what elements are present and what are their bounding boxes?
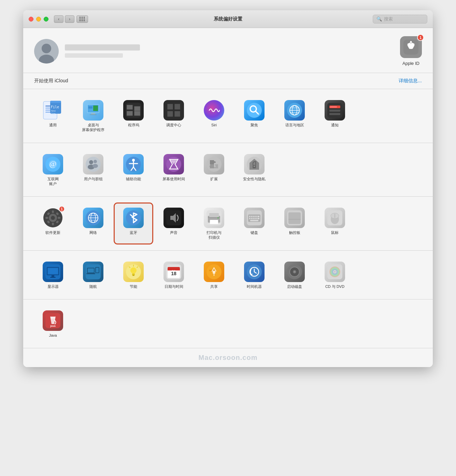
pref-item-users[interactable]: 用户与群组: [74, 150, 112, 190]
sharing-label: 共享: [210, 284, 218, 289]
svg-rect-87: [58, 217, 60, 219]
pref-item-general[interactable]: File New Ope 通用: [34, 96, 72, 136]
security-icon: [244, 154, 265, 174]
pref-item-keyboard[interactable]: 键盘: [236, 204, 273, 243]
svg-rect-57: [329, 113, 340, 115]
pref-item-trackpad[interactable]: 触控板: [276, 204, 313, 243]
pref-item-cddvd[interactable]: CD 与 DVD: [316, 257, 354, 292]
svg-point-171: [334, 271, 336, 272]
pref-item-siri[interactable]: Siri: [195, 96, 233, 136]
search-input[interactable]: 搜索: [384, 16, 424, 22]
svg-rect-109: [251, 216, 253, 217]
mission-label: 程序坞: [128, 123, 139, 127]
search-box[interactable]: 🔍 搜索: [373, 15, 427, 24]
svg-point-164: [294, 271, 295, 272]
pref-item-mouse[interactable]: 鼠标: [316, 204, 354, 243]
apple-id-section[interactable]: 1 Apple ID: [400, 36, 422, 66]
pref-item-notification[interactable]: 通知: [316, 96, 354, 136]
pref-grid-4: 显示器: [34, 257, 422, 292]
svg-rect-20: [91, 113, 95, 114]
profile-name-placeholder: [65, 44, 140, 51]
avatar[interactable]: [34, 39, 59, 64]
pref-item-softwareupdate[interactable]: 1 软件更新: [34, 204, 72, 243]
svg-rect-108: [249, 216, 251, 217]
icloud-details-link[interactable]: 详细信息...: [399, 78, 422, 84]
pref-item-startup[interactable]: 启动磁盘: [276, 257, 313, 292]
extensions-label: 扩展: [210, 177, 218, 181]
svg-rect-116: [255, 218, 257, 219]
avatar-icon: [34, 39, 59, 64]
pref-item-sharing[interactable]: ! 共享: [195, 257, 233, 292]
pref-item-spotlight[interactable]: 聚焦: [236, 96, 273, 136]
profile-info: [65, 44, 400, 58]
pref-item-datetime[interactable]: 18 JUL 日期与时间: [155, 257, 193, 292]
schedule-icon: [163, 100, 184, 121]
svg-point-64: [94, 160, 97, 163]
network-icon: [83, 208, 103, 228]
timemachine-icon: [244, 262, 265, 282]
svg-point-80: [254, 166, 255, 167]
pref-item-extensions[interactable]: 扩展: [195, 150, 233, 190]
mission-icon: [123, 100, 144, 121]
svg-rect-130: [52, 275, 54, 277]
forward-button[interactable]: ›: [65, 15, 74, 23]
close-button[interactable]: [29, 17, 33, 22]
pref-item-bluetooth[interactable]: 蓝牙: [115, 204, 152, 243]
bluetooth-icon: [123, 208, 144, 228]
svg-point-140: [130, 267, 137, 274]
pref-grid-2: @ 互联网账户: [34, 150, 422, 190]
pref-item-mission[interactable]: 程序坞: [115, 96, 152, 136]
notification-label: 通知: [331, 123, 339, 127]
pref-item-accessibility[interactable]: 辅助功能: [115, 150, 152, 190]
pref-item-internet[interactable]: @ 互联网账户: [34, 150, 72, 190]
svg-rect-84: [52, 210, 54, 213]
svg-rect-29: [134, 107, 140, 111]
display-label: 显示器: [47, 284, 59, 289]
pref-item-printer[interactable]: 打印机与扫描仪: [195, 204, 233, 243]
pref-item-screentime[interactable]: 屏幕使用时间: [155, 150, 193, 190]
trackpad-icon: [284, 208, 305, 228]
pref-item-schedule[interactable]: 调度中心: [155, 96, 193, 136]
svg-point-62: [89, 160, 93, 164]
pref-item-language[interactable]: 语言与地区: [276, 96, 313, 136]
nav-buttons: ‹ ›: [54, 15, 74, 23]
svg-rect-117: [257, 218, 259, 219]
minimize-button[interactable]: [36, 17, 41, 22]
softwareupdate-icon: 1: [43, 208, 63, 228]
svg-rect-138: [96, 268, 99, 272]
mouse-label: 鼠标: [331, 230, 339, 235]
svg-rect-13: [50, 101, 61, 103]
grid-view-button[interactable]: [76, 15, 88, 23]
preferences-section-2: @ 互联网账户: [23, 143, 433, 197]
users-label: 用户与群组: [84, 177, 103, 181]
pref-item-network[interactable]: 网络: [74, 204, 112, 243]
siri-label: Siri: [211, 123, 217, 127]
svg-rect-142: [132, 275, 134, 276]
pref-item-handoff[interactable]: 随航: [74, 257, 112, 292]
bluetooth-label: 蓝牙: [130, 230, 137, 235]
icloud-banner: 开始使用 iCloud 详细信息...: [23, 73, 433, 89]
back-button[interactable]: ‹: [54, 15, 63, 23]
pref-item-security[interactable]: 安全性与隐私: [236, 150, 273, 190]
pref-item-java[interactable]: java Java: [34, 306, 72, 341]
svg-text:New: New: [51, 110, 56, 112]
java-label: Java: [49, 333, 57, 338]
svg-rect-31: [127, 111, 132, 115]
pref-item-energy[interactable]: 节能: [115, 257, 152, 292]
printer-icon: [204, 208, 224, 228]
svg-text:@: @: [49, 159, 56, 168]
svg-rect-39: [168, 104, 173, 109]
pref-item-sound[interactable]: 声音: [155, 204, 193, 243]
svg-point-65: [92, 164, 98, 168]
svg-rect-21: [90, 114, 97, 115]
svg-rect-23: [88, 106, 92, 106]
svg-rect-141: [132, 274, 135, 275]
pref-item-timemachine[interactable]: 时间机器: [236, 257, 273, 292]
screentime-icon: [163, 154, 184, 174]
svg-text:!: !: [214, 269, 214, 271]
pref-item-desktop[interactable]: 桌面与屏幕保护程序: [74, 96, 112, 136]
maximize-button[interactable]: [44, 17, 48, 22]
apple-id-icon: [403, 40, 418, 55]
pref-item-display[interactable]: 显示器: [34, 257, 72, 292]
language-label: 语言与地区: [285, 123, 304, 127]
